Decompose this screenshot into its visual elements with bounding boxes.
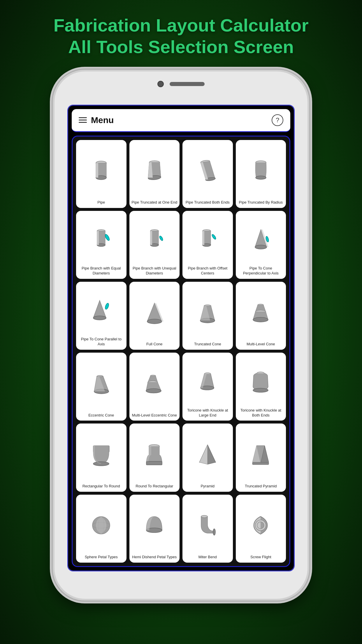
tool-item-toricone-large[interactable]: Toricone with Knuckle at Large End	[182, 353, 233, 421]
tool-icon-hemi-dishend	[131, 497, 178, 554]
tool-label-screw-flight: Screw Flight	[250, 555, 271, 560]
tool-item-toricone-both[interactable]: Toricone with Knuckle at Both Ends	[236, 353, 286, 421]
svg-rect-18	[97, 231, 99, 245]
tool-label-multi-level-eccentric: Multi-Level Eccentric Cone	[132, 413, 177, 418]
svg-point-13	[256, 176, 266, 179]
tool-item-round-to-rect[interactable]: Round To Rectangular	[129, 424, 180, 491]
svg-marker-66	[208, 445, 216, 464]
tool-icon-sphere	[78, 497, 125, 554]
svg-point-78	[213, 529, 215, 535]
tool-label-pipe-truncated-one: Pipe Truncated at One End	[131, 200, 177, 205]
svg-point-27	[211, 234, 217, 240]
tool-label-pipe-to-cone-perp: Pipe To Cone Perpendicular to Axis	[238, 266, 284, 276]
tool-label-rect-to-round: Rectangular To Round	[82, 484, 120, 489]
tool-icon-pipe	[78, 142, 125, 199]
tool-item-pipe-truncated-radius[interactable]: Pipe Truncated By Radius	[236, 140, 286, 208]
tool-icon-rect-to-round	[78, 426, 125, 482]
tool-icon-pyramid	[184, 426, 231, 482]
tool-item-pipe-to-cone-parallel[interactable]: Pipe To Cone Parallel to Axis	[76, 282, 126, 350]
tool-icon-full-cone	[131, 284, 178, 341]
tool-icon-truncated-pyramid	[238, 426, 284, 482]
tool-label-full-cone: Full Cone	[146, 342, 163, 347]
tool-icon-eccentric-cone	[78, 355, 125, 412]
tool-label-hemi-dishend: Hemi Dishend Petal Types	[132, 555, 177, 560]
svg-rect-72	[252, 462, 269, 465]
tool-icon-pipe-to-cone-perp	[238, 213, 284, 265]
tool-item-hemi-dishend[interactable]: Hemi Dishend Petal Types	[129, 495, 180, 563]
svg-point-30	[255, 245, 267, 249]
phone-wrapper: Menu ? Pipe Pipe Truncated at One End Pi…	[53, 70, 309, 601]
hamburger-menu[interactable]	[79, 117, 87, 123]
tool-icon-miter-bend	[184, 497, 231, 554]
tool-item-pyramid[interactable]: Pyramid	[182, 424, 233, 491]
tool-item-pipe-branch-unequal[interactable]: Pipe Branch with Unequal Diameters	[129, 211, 180, 279]
tool-label-miter-bend: Miter Bend	[198, 555, 217, 560]
tool-icon-toricone-large	[184, 355, 231, 407]
tool-item-eccentric-cone[interactable]: Eccentric Cone	[76, 353, 126, 421]
svg-point-56	[146, 388, 161, 393]
tool-item-sphere[interactable]: Sphere Petal Types	[76, 495, 126, 563]
tool-item-full-cone[interactable]: Full Cone	[129, 282, 180, 350]
tool-icon-toricone-both	[238, 355, 284, 407]
tool-label-truncated-pyramid: Truncated Pyramid	[245, 484, 277, 489]
tool-icon-multi-level-eccentric	[131, 355, 178, 412]
tool-item-multi-level-eccentric[interactable]: Multi-Level Eccentric Cone	[129, 353, 180, 421]
phone-top	[157, 81, 205, 87]
tool-label-pipe-truncated-both: Pipe Truncated Both Ends	[186, 200, 230, 205]
tool-item-pipe-branch-offset[interactable]: Pipe Branch with Offset Centers	[182, 211, 233, 279]
svg-point-60	[253, 388, 268, 392]
tool-icon-pipe-branch-offset	[184, 213, 231, 265]
tool-icon-pipe-to-cone-parallel	[78, 284, 125, 336]
tool-icon-pipe-truncated-one	[131, 142, 178, 199]
tool-icon-pipe-branch-unequal	[131, 213, 178, 265]
phone-shell: Menu ? Pipe Pipe Truncated at One End Pi…	[53, 70, 309, 601]
menu-label: Menu	[91, 115, 114, 125]
tool-icon-truncated-cone	[184, 284, 231, 341]
tool-label-truncated-cone: Truncated Cone	[194, 342, 221, 347]
tool-label-toricone-large: Toricone with Knuckle at Large End	[184, 408, 231, 418]
help-button[interactable]: ?	[272, 114, 283, 126]
tool-label-pipe-branch-equal: Pipe Branch with Equal Diameters	[78, 266, 125, 276]
tool-label-multi-level-cone: Multi-Level Cone	[247, 342, 275, 347]
svg-rect-64	[146, 461, 162, 465]
speaker	[170, 82, 205, 86]
svg-point-77	[201, 515, 208, 518]
svg-rect-3	[96, 163, 98, 178]
tool-item-miter-bend[interactable]: Miter Bend	[182, 495, 233, 563]
tool-label-pipe: Pipe	[97, 200, 105, 205]
menu-bar: Menu ?	[72, 109, 290, 132]
tool-item-truncated-cone[interactable]: Truncated Cone	[182, 282, 233, 350]
tool-item-multi-level-cone[interactable]: Multi-Level Cone	[236, 282, 286, 350]
tool-icon-pipe-branch-equal	[78, 213, 125, 265]
tool-label-pipe-truncated-radius: Pipe Truncated By Radius	[239, 200, 283, 205]
tool-label-pyramid: Pyramid	[201, 484, 215, 489]
tool-item-pipe-to-cone-perp[interactable]: Pipe To Cone Perpendicular to Axis	[236, 211, 286, 279]
tool-label-toricone-both: Toricone with Knuckle at Both Ends	[238, 408, 284, 418]
svg-marker-33	[93, 300, 106, 318]
phone-screen: Menu ? Pipe Pipe Truncated at One End Pi…	[67, 105, 295, 571]
tool-item-pipe-truncated-both[interactable]: Pipe Truncated Both Ends	[182, 140, 233, 208]
svg-point-47	[253, 317, 268, 322]
tool-item-pipe[interactable]: Pipe	[76, 140, 126, 208]
tool-item-pipe-truncated-one[interactable]: Pipe Truncated at One End	[129, 140, 180, 208]
tool-label-round-to-rect: Round To Rectangular	[136, 484, 173, 489]
tool-item-truncated-pyramid[interactable]: Truncated Pyramid	[236, 424, 286, 491]
tool-icon-round-to-rect	[131, 426, 178, 482]
tools-grid: Pipe Pipe Truncated at One End Pipe Trun…	[72, 136, 290, 567]
tool-label-pipe-branch-offset: Pipe Branch with Offset Centers	[184, 266, 231, 276]
svg-rect-28	[203, 231, 204, 245]
tool-icon-screw-flight	[238, 497, 284, 554]
svg-point-35	[105, 303, 110, 310]
tool-icon-pipe-truncated-radius	[238, 142, 284, 199]
svg-marker-67	[199, 445, 208, 464]
tool-icon-pipe-truncated-both	[184, 142, 231, 199]
tool-item-rect-to-round[interactable]: Rectangular To Round	[76, 424, 126, 491]
page-title: Fabrication Layout Calculator All Tools …	[36, 0, 326, 67]
tool-item-pipe-branch-equal[interactable]: Pipe Branch with Equal Diameters	[76, 211, 126, 279]
svg-rect-23	[150, 231, 152, 245]
svg-point-34	[93, 316, 106, 320]
camera	[157, 81, 164, 87]
tool-item-screw-flight[interactable]: Screw Flight	[236, 495, 286, 563]
tool-label-pipe-to-cone-parallel: Pipe To Cone Parallel to Axis	[78, 337, 125, 347]
svg-point-22	[159, 235, 164, 241]
